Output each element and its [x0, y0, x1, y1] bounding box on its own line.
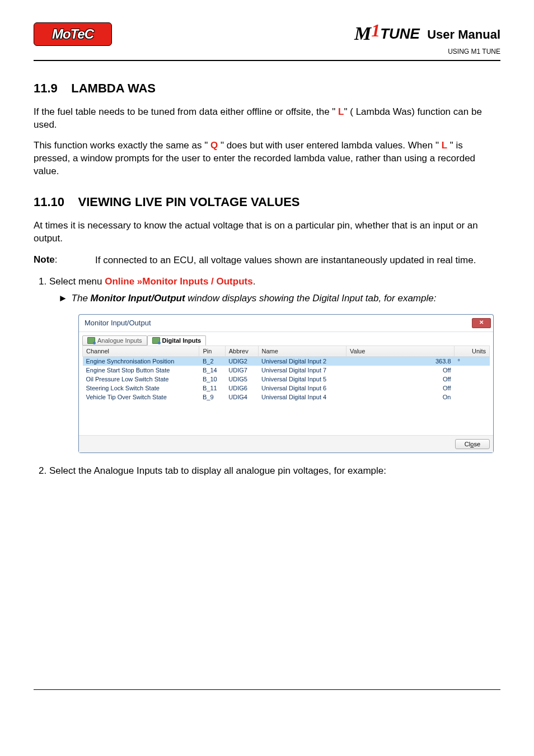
cell-channel: Steering Lock Switch State: [83, 384, 199, 393]
cell-units: [455, 375, 490, 384]
cell-abbrev: UDIG6: [225, 384, 258, 393]
brand-one: 1: [371, 20, 380, 41]
section-11-10-heading: 11.10 VIEWING LIVE PIN VOLTAGE VALUES: [34, 195, 500, 209]
table-row[interactable]: Oil Pressure Low Switch StateB_10UDIG5Un…: [83, 375, 490, 384]
cell-abbrev: UDIG5: [225, 375, 258, 384]
section-11-9-heading: 11.9 LAMBDA WAS: [34, 81, 500, 96]
step-2: Select the Analogue Inputs tab to displa…: [49, 465, 500, 477]
text: The: [72, 293, 91, 304]
cell-pin: B_2: [199, 356, 225, 366]
tab-strip: Analogue Inputs Digital Inputs: [79, 332, 493, 346]
s2-paragraph-1: At times it is necessary to know the act…: [34, 220, 500, 245]
text: se: [474, 441, 480, 447]
col-units[interactable]: Units: [455, 346, 490, 356]
key-q: Q: [210, 140, 218, 151]
text: This function works exactly the same as …: [34, 140, 210, 151]
tab-analogue-inputs[interactable]: Analogue Inputs: [82, 335, 147, 346]
cell-value: Off: [346, 375, 455, 384]
section-number: 11.9: [34, 81, 58, 95]
col-name[interactable]: Name: [258, 346, 346, 356]
cell-channel: Engine Synchronisation Position: [83, 356, 199, 366]
cell-abbrev: UDIG2: [225, 356, 258, 366]
io-table: Channel Pin Abbrev Name Value Units Engi…: [82, 346, 490, 402]
brand-m: M: [354, 23, 371, 44]
s1-paragraph-1: If the fuel table needs to be tuned from…: [34, 106, 500, 132]
cell-name: Universal Digital Input 6: [258, 384, 346, 393]
col-value[interactable]: Value: [346, 346, 455, 356]
note-text: If connected to an ECU, all voltage valu…: [95, 254, 500, 267]
table-row[interactable]: Engine Start Stop Button StateB_14UDIG7U…: [83, 366, 490, 375]
cell-channel: Vehicle Tip Over Switch State: [83, 393, 199, 402]
cell-channel: Engine Start Stop Button State: [83, 366, 199, 375]
dialog-title: Monitor Input/Output: [85, 319, 151, 327]
s1-paragraph-2: This function works exactly the same as …: [34, 139, 500, 178]
note-label-text: Note: [34, 254, 55, 265]
motec-logo: MoTeC: [34, 22, 112, 46]
col-pin[interactable]: Pin: [199, 346, 225, 356]
cell-abbrev: UDIG7: [225, 366, 258, 375]
cell-pin: B_11: [199, 384, 225, 393]
note-label: Note:: [34, 254, 95, 267]
cell-pin: B_14: [199, 366, 225, 375]
key-l: L: [338, 106, 344, 117]
cell-abbrev: UDIG4: [225, 393, 258, 402]
menu-path: Online »Monitor Inputs / Outputs: [105, 276, 252, 287]
step-1: Select menu Online »Monitor Inputs / Out…: [49, 276, 500, 287]
text: Cl: [465, 441, 470, 447]
brand-tune: TUNE: [380, 25, 420, 42]
cell-units: [455, 393, 490, 402]
dialog-titlebar: Monitor Input/Output ✕: [79, 315, 493, 332]
tab-analogue-icon: [87, 337, 95, 344]
footer-rule: [34, 689, 500, 690]
window-name: Monitor Input/Output: [91, 293, 185, 304]
note-block: Note: If connected to an ECU, all voltag…: [34, 254, 500, 267]
tab-digital-icon: [152, 337, 160, 344]
cell-value: 363.8: [346, 356, 455, 366]
cell-value: On: [346, 393, 455, 402]
cell-channel: Oil Pressure Low Switch State: [83, 375, 199, 384]
table-empty-area: [79, 405, 493, 435]
section-title: VIEWING LIVE PIN VOLTAGE VALUES: [78, 195, 300, 209]
header-rule: [34, 60, 500, 61]
close-button[interactable]: Close: [455, 439, 490, 449]
cell-units: °: [455, 356, 490, 366]
text: window displays showing the Digital Inpu…: [185, 293, 437, 304]
table-row[interactable]: Steering Lock Switch StateB_11UDIG6Unive…: [83, 384, 490, 393]
brand-user-manual: User Manual: [427, 27, 500, 41]
header-subhead: USING M1 TUNE: [354, 48, 500, 55]
tab-label: Analogue Inputs: [97, 337, 142, 344]
cell-units: [455, 384, 490, 393]
tab-label: Digital Inputs: [162, 337, 202, 344]
table-row[interactable]: Engine Synchronisation PositionB_2UDIG2U…: [83, 356, 490, 366]
text: Select menu: [49, 276, 105, 287]
table-row[interactable]: Vehicle Tip Over Switch StateB_9UDIG4Uni…: [83, 393, 490, 402]
brand-title: M1TUNE User Manual: [354, 22, 500, 44]
logo-text: MoTeC: [52, 26, 93, 41]
header-right: M1TUNE User Manual USING M1 TUNE: [354, 22, 500, 55]
cell-value: Off: [346, 384, 455, 393]
tab-digital-inputs[interactable]: Digital Inputs: [147, 335, 207, 346]
cell-name: Universal Digital Input 7: [258, 366, 346, 375]
col-channel[interactable]: Channel: [83, 346, 199, 356]
cell-name: Universal Digital Input 4: [258, 393, 346, 402]
section-number: 11.10: [34, 195, 64, 209]
text: .: [253, 276, 256, 287]
col-abbrev[interactable]: Abbrev: [225, 346, 258, 356]
cell-name: Universal Digital Input 2: [258, 356, 346, 366]
cell-pin: B_9: [199, 393, 225, 402]
table-header-row: Channel Pin Abbrev Name Value Units: [83, 346, 490, 356]
monitor-io-dialog: Monitor Input/Output ✕ Analogue Inputs D…: [78, 314, 494, 453]
text: If the fuel table needs to be tuned from…: [34, 106, 338, 117]
result-line: The Monitor Input/Output window displays…: [58, 293, 500, 304]
cell-value: Off: [346, 366, 455, 375]
text: " does but with user entered lambda valu…: [218, 140, 442, 151]
cell-name: Universal Digital Input 5: [258, 375, 346, 384]
cell-pin: B_10: [199, 375, 225, 384]
section-title: LAMBDA WAS: [71, 81, 156, 95]
cell-units: [455, 366, 490, 375]
key-l-2: L: [442, 140, 447, 151]
page-header: MoTeC M1TUNE User Manual USING M1 TUNE: [34, 22, 500, 55]
dialog-button-bar: Close: [79, 435, 493, 452]
window-close-button[interactable]: ✕: [472, 318, 491, 328]
